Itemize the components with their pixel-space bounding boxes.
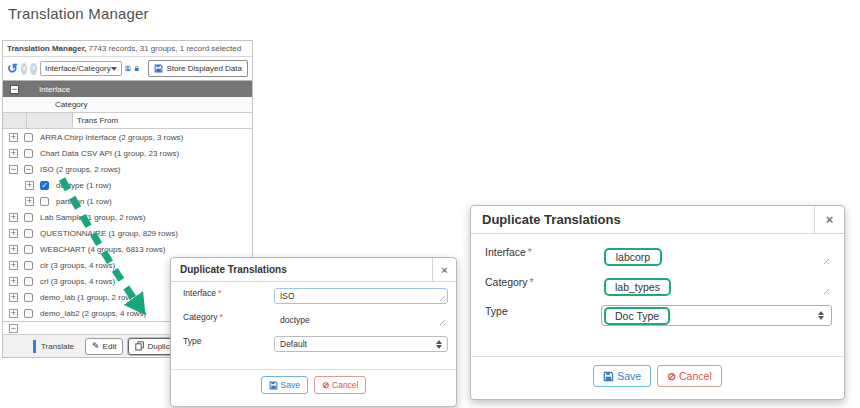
tree-row[interactable]: +QUESTIONNAIRE (1 group, 829 rows) — [3, 225, 252, 241]
cancel-icon: ⊘ — [322, 380, 329, 390]
collapse-all-icon[interactable]: − — [10, 85, 19, 94]
highlight-box: lab_types — [604, 278, 671, 296]
interface-field[interactable]: labcorp — [601, 246, 832, 267]
row-checkbox[interactable] — [24, 245, 33, 254]
copy-icon — [135, 341, 144, 351]
prev-icon[interactable]: ‹ — [21, 63, 28, 75]
screen: Translation Manager Translation Manager,… — [0, 0, 860, 408]
category-value: lab_types — [615, 281, 660, 293]
header-transfrom-label: Trans From — [73, 113, 252, 128]
expand-icon[interactable]: + — [9, 229, 18, 238]
field-row-interface: Interface* labcorp — [485, 246, 832, 258]
row-checkbox[interactable] — [40, 197, 49, 206]
resize-grip-icon[interactable] — [822, 287, 829, 294]
resize-grip-icon[interactable] — [438, 318, 445, 325]
row-checkbox[interactable]: − — [24, 165, 33, 174]
next-icon[interactable]: › — [30, 63, 37, 75]
collapse-icon[interactable]: − — [9, 165, 18, 174]
toolbar: ↺ ‹ › Interface/Category Store Displayed… — [3, 57, 252, 81]
expand-icon[interactable]: + — [9, 309, 18, 318]
duplicate-dialog-small: Duplicate Translations × Interface* ISO … — [170, 257, 457, 407]
expand-icon[interactable]: + — [25, 181, 34, 190]
summary-stats: 7743 records, 31 groups, 1 record select… — [89, 44, 242, 53]
chevron-down-icon — [111, 67, 117, 71]
select-arrows-icon — [818, 311, 824, 320]
summary-bar: Translation Manager, 7743 records, 31 gr… — [3, 41, 252, 57]
row-label: ISO (2 groups, 2 rows) — [40, 165, 120, 174]
required-asterisk: * — [528, 246, 532, 258]
duplicate-dialog-large: Duplicate Translations × Interface* labc… — [470, 205, 845, 400]
required-asterisk: * — [220, 312, 223, 322]
tree-row[interactable]: −−ISO (2 groups, 2 rows) — [3, 161, 252, 177]
category-field[interactable]: doctype — [274, 312, 448, 328]
row-checkbox[interactable] — [24, 149, 33, 158]
expand-icon[interactable]: + — [9, 245, 18, 254]
category-value: doctype — [280, 315, 310, 325]
save-button-label: Save — [281, 380, 300, 390]
tree-row[interactable]: +Lab Sample (1 group, 2 rows) — [3, 209, 252, 225]
field-row-type: Type Doc Type — [485, 305, 832, 317]
expand-icon[interactable]: + — [9, 293, 18, 302]
required-asterisk: * — [218, 288, 221, 298]
row-label: demo_lab (1 group, 2 rows) — [40, 293, 138, 302]
interface-value: labcorp — [616, 251, 650, 263]
grid-header-category: Category — [3, 97, 252, 113]
category-label: Category* — [183, 312, 223, 322]
category-field[interactable]: lab_types — [601, 276, 832, 297]
row-checkbox[interactable] — [24, 309, 33, 318]
row-label: crl (3 groups, 4 rows) — [40, 277, 115, 286]
row-label: WEBCHART (4 groups, 6813 rows) — [40, 245, 166, 254]
tree-row[interactable]: +partition (1 row) — [3, 193, 252, 209]
store-displayed-data-button[interactable]: Store Displayed Data — [148, 60, 248, 77]
row-checkbox[interactable] — [24, 293, 33, 302]
expand-icon[interactable]: + — [9, 149, 18, 158]
tree-row[interactable]: +✓doctype (1 row) — [3, 177, 252, 193]
header-spacer-cell — [27, 113, 73, 128]
cancel-button[interactable]: ⊘ Cancel — [314, 376, 367, 394]
expand-icon[interactable]: + — [9, 213, 18, 222]
edit-button-label: Edit — [103, 342, 117, 351]
save-icon[interactable] — [125, 63, 131, 74]
close-icon[interactable]: × — [814, 206, 844, 233]
type-select[interactable]: Doc Type — [601, 305, 832, 326]
row-label: Chart Data CSV API (1 group, 23 rows) — [40, 149, 179, 158]
row-checkbox[interactable] — [24, 229, 33, 238]
required-asterisk: * — [530, 276, 534, 288]
type-value: Default — [280, 339, 307, 349]
select-arrows-icon — [436, 340, 442, 349]
expand-icon[interactable]: + — [9, 277, 18, 286]
row-checkbox[interactable] — [24, 213, 33, 222]
view-mode-select[interactable]: Interface/Category — [40, 61, 122, 76]
tree-row[interactable]: +Chart Data CSV API (1 group, 23 rows) — [3, 145, 252, 161]
close-icon[interactable]: × — [432, 258, 456, 281]
save-button[interactable]: Save — [261, 376, 308, 394]
interface-label: Interface* — [183, 288, 221, 298]
lock-icon[interactable] — [134, 63, 139, 74]
row-label: clr (3 groups, 4 rows) — [40, 261, 115, 270]
type-select[interactable]: Default — [274, 336, 448, 352]
collapse-icon[interactable]: − — [9, 324, 18, 333]
resize-grip-icon[interactable] — [438, 294, 445, 301]
row-label: QUESTIONNAIRE (1 group, 829 rows) — [40, 229, 178, 238]
expand-icon[interactable]: + — [25, 197, 34, 206]
row-label: ARRA Chirp Interface (2 groups, 3 rows) — [40, 133, 183, 142]
row-label: demo_lab2 (2 groups, 4 rows) — [40, 309, 146, 318]
translate-button[interactable]: Translate — [33, 340, 80, 353]
resize-grip-icon[interactable] — [822, 257, 829, 264]
save-button-label: Save — [617, 370, 641, 382]
row-checkbox[interactable] — [24, 261, 33, 270]
tree-row[interactable]: +WEBCHART (4 groups, 6813 rows) — [3, 241, 252, 257]
tree-row[interactable]: +ARRA Chirp Interface (2 groups, 3 rows) — [3, 129, 252, 145]
row-checkbox[interactable] — [24, 277, 33, 286]
edit-button[interactable]: ✎ Edit — [85, 338, 123, 355]
save-button[interactable]: Save — [593, 365, 651, 387]
header-spacer-cell — [3, 113, 27, 128]
refresh-icon[interactable]: ↺ — [7, 63, 18, 75]
expand-icon[interactable]: + — [9, 133, 18, 142]
cancel-button-label: Cancel — [332, 380, 358, 390]
cancel-button[interactable]: ⊘ Cancel — [657, 365, 722, 387]
row-checkbox[interactable] — [24, 133, 33, 142]
expand-icon[interactable]: + — [9, 261, 18, 270]
row-checkbox[interactable]: ✓ — [40, 181, 49, 190]
interface-field[interactable]: ISO — [274, 288, 448, 304]
